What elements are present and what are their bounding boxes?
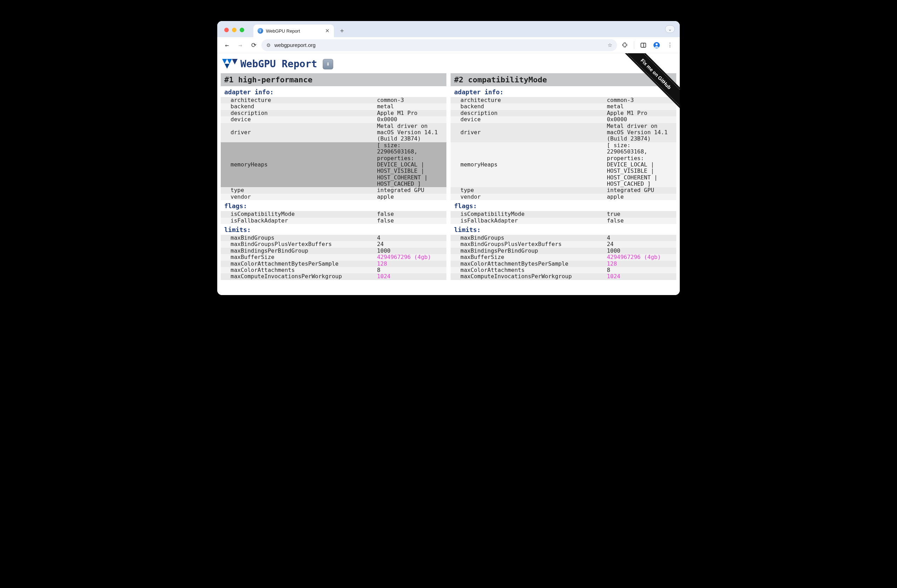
row-value: Metal driver on macOS Version 14.1 (Buil… xyxy=(604,123,676,142)
table-row: descriptionApple M1 Pro xyxy=(221,110,446,116)
page-content: Fix me on GitHub WebGPU Report ⬇ #1 high… xyxy=(217,53,680,295)
kv-table: isCompatibilityModefalseisFallbackAdapte… xyxy=(221,211,446,224)
row-key: maxComputeInvocationsPerWorkgroup xyxy=(221,273,374,280)
row-key: maxBufferSize xyxy=(451,254,604,260)
row-key: architecture xyxy=(451,97,604,103)
section-heading: limits: xyxy=(451,224,676,235)
row-key: maxBufferSize xyxy=(221,254,374,260)
row-key: maxBindGroups xyxy=(221,235,374,241)
row-value: common-3 xyxy=(374,97,446,103)
row-value: Metal driver on macOS Version 14.1 (Buil… xyxy=(374,123,446,142)
row-value: true xyxy=(604,211,676,217)
report-column: #1 high-performanceadapter info:architec… xyxy=(221,73,446,280)
section-heading: flags: xyxy=(221,200,446,211)
row-key: description xyxy=(221,110,374,116)
maximize-window-button[interactable] xyxy=(240,28,244,32)
row-value: 128 xyxy=(374,261,446,267)
row-value: 24 xyxy=(374,241,446,247)
report-columns: #1 high-performanceadapter info:architec… xyxy=(217,73,680,280)
table-row: descriptionApple M1 Pro xyxy=(451,110,676,116)
table-row: typeintegrated GPU xyxy=(221,187,446,193)
section-heading: limits: xyxy=(221,224,446,235)
table-row: driverMetal driver on macOS Version 14.1… xyxy=(221,123,446,142)
webgpu-logo-icon xyxy=(222,59,237,69)
sidepanel-icon[interactable] xyxy=(638,40,649,51)
reload-button[interactable]: ⟳ xyxy=(248,40,259,51)
row-value: Apple M1 Pro xyxy=(374,110,446,116)
favicon-icon: i xyxy=(257,28,263,34)
row-key: description xyxy=(451,110,604,116)
row-key: type xyxy=(221,187,374,193)
row-value: 1000 xyxy=(374,248,446,254)
table-row: isFallbackAdapterfalse xyxy=(221,217,446,224)
table-row: architecturecommon-3 xyxy=(221,97,446,103)
row-value: 4294967296 (4gb) xyxy=(604,254,676,260)
close-tab-button[interactable]: ✕ xyxy=(325,28,330,34)
row-value: 8 xyxy=(604,267,676,273)
table-row: typeintegrated GPU xyxy=(451,187,676,193)
row-value: 0x0000 xyxy=(374,116,446,122)
row-key: maxBindGroupsPlusVertexBuffers xyxy=(221,241,374,247)
table-row: maxBindGroupsPlusVertexBuffers24 xyxy=(221,241,446,247)
new-tab-button[interactable]: ＋ xyxy=(337,25,347,36)
row-key: maxColorAttachmentBytesPerSample xyxy=(451,261,604,267)
address-bar[interactable]: ⚙ webgpureport.org ☆ xyxy=(262,39,617,51)
table-row: memoryHeaps[ size: 22906503168, properti… xyxy=(451,142,676,187)
row-key: memoryHeaps xyxy=(451,142,604,187)
svg-point-3 xyxy=(655,43,658,45)
svg-marker-6 xyxy=(225,64,230,69)
kv-table: maxBindGroups4maxBindGroupsPlusVertexBuf… xyxy=(451,235,676,280)
row-key: maxColorAttachments xyxy=(221,267,374,273)
window-controls xyxy=(222,28,247,37)
back-button[interactable]: ← xyxy=(222,40,233,51)
site-info-icon[interactable]: ⚙ xyxy=(266,42,271,48)
row-value: [ size: 22906503168, properties: DEVICE_… xyxy=(374,142,446,187)
row-value: integrated GPU xyxy=(604,187,676,193)
browser-tab[interactable]: i WebGPU Report ✕ xyxy=(253,24,334,37)
minimize-window-button[interactable] xyxy=(232,28,237,32)
row-value: false xyxy=(604,217,676,224)
download-button[interactable]: ⬇ xyxy=(323,59,333,69)
page-header: WebGPU Report ⬇ xyxy=(217,53,680,73)
row-value: metal xyxy=(604,103,676,110)
table-row: device0x0000 xyxy=(221,116,446,122)
page-title: WebGPU Report xyxy=(240,58,317,70)
column-title: #1 high-performance xyxy=(221,73,446,86)
row-key: backend xyxy=(221,103,374,110)
table-row: architecturecommon-3 xyxy=(451,97,676,103)
kv-table: architecturecommon-3backendmetaldescript… xyxy=(451,97,676,200)
row-key: driver xyxy=(451,123,604,142)
extensions-icon[interactable] xyxy=(619,40,631,51)
table-row: isCompatibilityModetrue xyxy=(451,211,676,217)
row-value: 1024 xyxy=(604,273,676,280)
menu-button[interactable]: ⋮ xyxy=(664,40,675,51)
tab-title: WebGPU Report xyxy=(266,28,322,34)
close-window-button[interactable] xyxy=(224,28,229,32)
table-row: maxComputeInvocationsPerWorkgroup1024 xyxy=(451,273,676,280)
row-key: device xyxy=(221,116,374,122)
section-heading: flags: xyxy=(451,200,676,211)
bookmark-star-icon[interactable]: ☆ xyxy=(608,42,612,48)
table-row: maxBufferSize4294967296 (4gb) xyxy=(451,254,676,260)
row-key: maxBindingsPerBindGroup xyxy=(221,248,374,254)
row-value: 4 xyxy=(374,235,446,241)
url-text: webgpureport.org xyxy=(274,42,316,48)
row-key: isCompatibilityMode xyxy=(451,211,604,217)
row-key: isCompatibilityMode xyxy=(221,211,374,217)
kv-table: architecturecommon-3backendmetaldescript… xyxy=(221,97,446,200)
row-key: maxComputeInvocationsPerWorkgroup xyxy=(451,273,604,280)
kv-table: isCompatibilityModetrueisFallbackAdapter… xyxy=(451,211,676,224)
row-value: apple xyxy=(604,194,676,200)
forward-button[interactable]: → xyxy=(235,40,246,51)
table-row: maxBindingsPerBindGroup1000 xyxy=(451,248,676,254)
table-row: backendmetal xyxy=(451,103,676,110)
row-key: maxColorAttachments xyxy=(451,267,604,273)
row-key: maxColorAttachmentBytesPerSample xyxy=(221,261,374,267)
row-key: isFallbackAdapter xyxy=(221,217,374,224)
table-row: isFallbackAdapterfalse xyxy=(451,217,676,224)
row-value: 4 xyxy=(604,235,676,241)
table-row: vendorapple xyxy=(451,194,676,200)
row-key: maxBindGroupsPlusVertexBuffers xyxy=(451,241,604,247)
tab-list-button[interactable]: ⌄ xyxy=(665,25,675,33)
profile-button[interactable] xyxy=(651,40,662,51)
